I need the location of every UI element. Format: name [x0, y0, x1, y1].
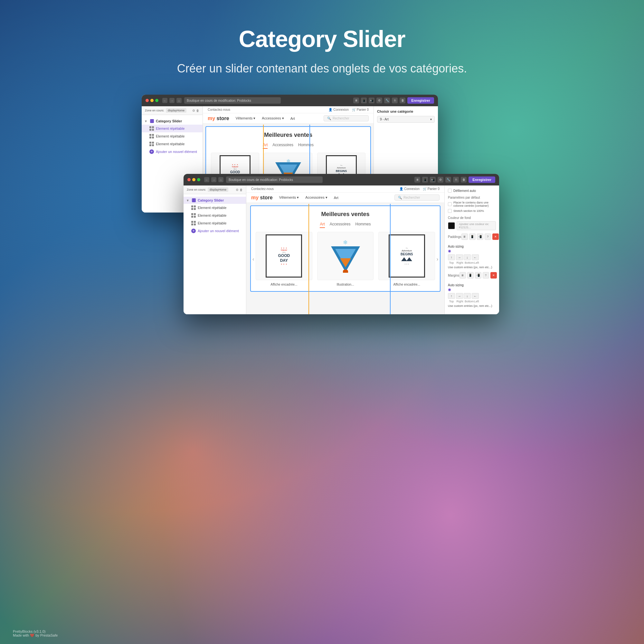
url-bar-2[interactable]: Boutique en cours de modification: Probl… [226, 176, 323, 183]
tree-item-category-slider-1[interactable]: ▼ ⋮⋮ Category Slider [142, 118, 203, 125]
settings-icon-1[interactable]: ⚙ [376, 98, 382, 103]
dir-up-1[interactable]: ↑ [448, 254, 455, 260]
tab-hommes-2[interactable]: Hommes [355, 221, 371, 228]
contact-link-1[interactable]: Contactez-nous [208, 108, 230, 111]
cart-link-2[interactable]: 🛒 Panier 0 [423, 187, 440, 191]
trash-icon-1[interactable]: 🗑 [400, 98, 405, 103]
nav-art-2[interactable]: Art [334, 196, 338, 200]
dir-right-1[interactable]: → [456, 254, 463, 260]
dot-red-1[interactable] [146, 99, 149, 102]
tab-art-2[interactable]: Art [320, 221, 325, 228]
back-btn-1[interactable]: ← [162, 98, 167, 103]
dot-green-1[interactable] [155, 99, 158, 102]
nav-accessoires-2[interactable]: Accessoires ▾ [305, 195, 327, 200]
tree-item-add-1[interactable]: + Ajouter un nouvel élément [142, 148, 203, 156]
margin-mobile-btn[interactable]: 📲 [475, 272, 481, 279]
right-panel-2: Défilement auto Paramètres par défaut Pl… [444, 185, 499, 314]
placer-contenu-checkbox[interactable] [448, 202, 452, 206]
defilement-checkbox[interactable] [448, 189, 452, 193]
mobile-icon-2[interactable]: 📲 [430, 177, 436, 183]
margin-tablet-btn[interactable]: 📱 [467, 272, 474, 279]
zone-header-1: Zone en cours: displayHome ⚙ 🗑 [142, 106, 203, 115]
dot-red-2[interactable] [187, 178, 191, 181]
panel-select-1[interactable]: 9 - Art ▾ [377, 116, 435, 123]
cart-link-1[interactable]: 🛒 Panier 0 [352, 108, 369, 111]
dir-right-2[interactable]: → [456, 293, 463, 299]
desktop-icon-1[interactable]: 🖥 [353, 98, 359, 103]
dot-yellow-1[interactable] [150, 99, 154, 102]
tab-accessoires-2[interactable]: Accessoires [330, 221, 351, 228]
tree-item-element-1-3[interactable]: Element répétable [142, 140, 203, 148]
padding-mobile-btn[interactable]: 📲 [477, 233, 483, 240]
nav-art-1[interactable]: Art [290, 117, 295, 120]
tree-item-element-2-3[interactable]: Element répétable [184, 219, 246, 227]
browser-actions-1: 🖥 📱 📲 ⚙ 🔧 ⎘ 🗑 Enregistrer [353, 97, 434, 104]
tools-icon-2[interactable]: 🔧 [445, 177, 451, 183]
copy-icon-1[interactable]: ⎘ [392, 98, 398, 103]
padding-reset-btn[interactable]: ✕ [492, 233, 499, 240]
enregistrer-button-1[interactable]: Enregistrer [407, 97, 434, 104]
home-btn-1[interactable]: ⌂ [176, 98, 182, 103]
nav-vetements-1[interactable]: Vêtements ▾ [236, 116, 256, 120]
padding-tablet-btn[interactable]: 📱 [469, 233, 476, 240]
margin-help-btn[interactable]: ? [483, 272, 489, 279]
store-nav-1: my store Vêtements ▾ Accessoires ▾ Art 🔍… [203, 113, 374, 124]
zone-label-2: Zone en cours: [187, 188, 206, 191]
nav-vetements-2[interactable]: Vêtements ▾ [279, 195, 299, 200]
tree-item-category-slider-2[interactable]: ▼ ⋮⋮ Category Slider [184, 197, 246, 204]
dir-down-1[interactable]: ↓ [464, 254, 471, 260]
tree-item-element-2-2[interactable]: Element répétable [184, 212, 246, 219]
tab-hommes-1[interactable]: Hommes [298, 142, 314, 149]
tree-item-element-1-2[interactable]: Element répétable [142, 132, 203, 140]
add-element-label-1: Ajouter un nouvel élément [156, 150, 197, 154]
stretch-checkbox[interactable] [448, 209, 452, 213]
margin-desktop-btn[interactable]: 🖥 [459, 272, 466, 279]
padding-desktop-btn[interactable]: 🖥 [461, 233, 468, 240]
enregistrer-button-2[interactable]: Enregistrer [469, 176, 495, 183]
slider-prev-2[interactable]: ‹ [252, 256, 254, 262]
forward-btn-1[interactable]: → [169, 98, 175, 103]
settings-icon-2[interactable]: ⚙ [438, 177, 443, 183]
slider-next-2[interactable]: › [437, 256, 438, 262]
poster-today-2: ★ ★ ★ TODAY IS A GOOD DAY ★ ★ ★ [266, 234, 302, 277]
copy-icon-2[interactable]: ⎘ [453, 177, 459, 183]
margin-reset-btn[interactable]: ✕ [490, 272, 497, 279]
color-input[interactable]: Ajoutez une couleur ex: #12121... [457, 221, 496, 230]
search-placeholder-2: Rechercher [403, 196, 420, 199]
tree-item-element-2-1[interactable]: Element répétable [184, 204, 246, 212]
trash-icon-2[interactable]: 🗑 [461, 177, 467, 183]
dot-yellow-2[interactable] [192, 178, 195, 181]
dir-left-2[interactable]: ← [472, 293, 479, 299]
paddings-icons: 🖥 📱 📲 ? ✕ [461, 233, 499, 240]
nav-accessoires-1[interactable]: Accessoires ▾ [262, 116, 284, 120]
login-link-1[interactable]: 👤 Connexion [328, 108, 349, 111]
login-link-2[interactable]: 👤 Connexion [399, 187, 420, 191]
padding-help-btn[interactable]: ? [485, 233, 491, 240]
desktop-icon-2[interactable]: 🖥 [414, 177, 420, 183]
dot-green-2[interactable] [197, 178, 200, 181]
right-label-2: Right [456, 300, 463, 303]
home-btn-2[interactable]: ⌂ [218, 177, 223, 182]
custom-entries-1-row: Use custom entries (px, rem etc...) [448, 266, 496, 269]
store-topbar-1: Contactez-nous 👤 Connexion 🛒 Panier 0 [203, 106, 374, 113]
tree-item-add-2[interactable]: + Ajouter un nouvel élément [184, 227, 246, 235]
store-topbar-2: Contactez-nous 👤 Connexion 🛒 Panier 0 [246, 185, 444, 193]
dir-down-2[interactable]: ↓ [464, 293, 471, 299]
tree-item-element-1-1[interactable]: Element répétable [142, 125, 203, 132]
forward-btn-2[interactable]: → [211, 177, 216, 182]
auto-sizing-1-dot [448, 250, 451, 253]
url-bar-1[interactable]: Boutique en cours de modification: Probl… [184, 97, 281, 104]
tablet-icon-1[interactable]: 📱 [361, 98, 367, 103]
search-bar-2[interactable]: 🔍 Rechercher [394, 194, 440, 201]
element-icon-1-2 [149, 134, 154, 138]
dir-left-1[interactable]: ← [472, 254, 479, 260]
tools-icon-1[interactable]: 🔧 [384, 98, 390, 103]
contact-link-2[interactable]: Contactez-nous [251, 187, 274, 191]
dir-up-2[interactable]: ↑ [448, 293, 455, 299]
tab-accessoires-1[interactable]: Accessoires [272, 142, 293, 149]
back-btn-2[interactable]: ← [204, 177, 209, 182]
mobile-icon-1[interactable]: 📲 [369, 98, 374, 103]
search-bar-1[interactable]: 🔍 Rechercher [324, 115, 369, 121]
color-swatch[interactable] [448, 222, 455, 229]
tablet-icon-2[interactable]: 📱 [422, 177, 428, 183]
